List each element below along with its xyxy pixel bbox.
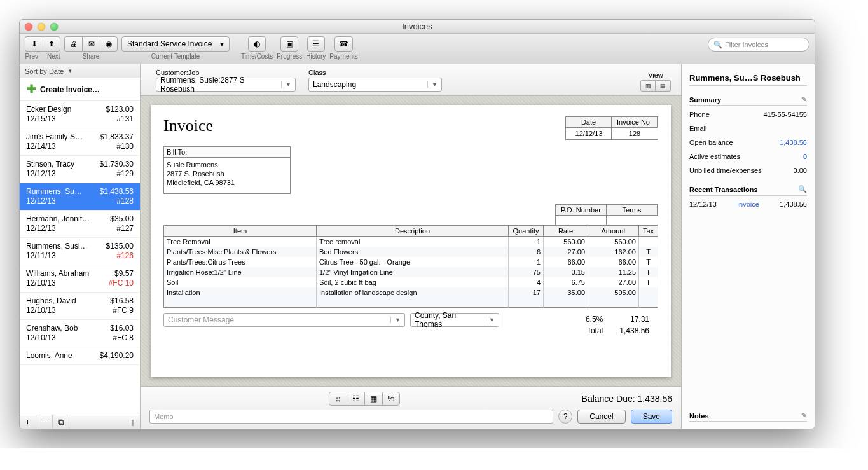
table-row[interactable]	[164, 298, 658, 308]
col-qty: Quantity	[509, 226, 544, 237]
totals: 6.5% 17.31 Total 1,438.56	[577, 313, 658, 337]
invoice-num-value[interactable]: 128	[612, 128, 658, 139]
customer-message-select[interactable]: Customer Message ▼	[163, 313, 405, 327]
save-button[interactable]: Save	[631, 410, 672, 424]
view-label: View	[648, 71, 663, 79]
active-estimates-value[interactable]: 0	[803, 153, 807, 160]
payments-label: Payments	[329, 53, 357, 60]
help-button[interactable]: ?	[558, 410, 572, 424]
calendar-button[interactable]: ▦	[364, 392, 382, 406]
share-label: Share	[83, 53, 100, 60]
po-terms-box: P.O. Number Terms	[555, 204, 658, 225]
view-mode-1[interactable]: ▥	[640, 80, 656, 92]
add-button[interactable]: +	[20, 415, 36, 429]
sort-label: Sort by Date	[25, 67, 64, 75]
open-balance-value[interactable]: 1,438.56	[780, 139, 807, 146]
memo-input[interactable]: Memo	[149, 410, 553, 424]
po-label: P.O. Number	[556, 205, 607, 216]
phone-label: Phone	[689, 111, 710, 118]
edit-icon[interactable]: ✎	[801, 411, 807, 420]
sched-button[interactable]: ☷	[347, 392, 364, 406]
percent-button[interactable]: %	[382, 392, 400, 406]
tax-select[interactable]: County, San Thomas ▼	[410, 313, 499, 327]
po-value[interactable]	[556, 216, 607, 225]
sort-bar[interactable]: Sort by Date ▼	[20, 64, 140, 78]
create-invoice-label: Create Invoice…	[40, 85, 100, 94]
view-mode-2[interactable]: ▤	[656, 80, 671, 92]
list-item[interactable]: Rummens, Su…12/12/13 $1,438.56#128	[20, 183, 140, 211]
list-footer: + − ⧉ |||	[20, 415, 140, 429]
table-row[interactable]: Tree RemovalTree removal1560.00560.00	[164, 237, 658, 247]
class-select[interactable]: Landscaping ▼	[308, 78, 442, 92]
search-icon[interactable]: 🔍	[798, 185, 807, 193]
history-button[interactable]: ☰	[307, 36, 325, 52]
next-label: Next	[47, 53, 60, 60]
preview-button[interactable]: ◉	[100, 36, 118, 52]
notes-label: Notes	[689, 412, 709, 420]
window-title: Invoices	[20, 22, 815, 31]
table-row[interactable]: Plants/Trees:Misc Plants & FlowersBed Fl…	[164, 247, 658, 257]
list-item[interactable]: Crenshaw, Bob12/10/13 $16.03#FC 8	[20, 320, 140, 347]
list-item[interactable]: Williams, Abraham12/10/13 $9.57#FC 10	[20, 265, 140, 293]
list-item[interactable]: Rummens, Susi…12/11/13 $135.00#126	[20, 238, 140, 265]
terms-value[interactable]	[607, 216, 658, 225]
history-label: History	[306, 53, 326, 60]
remove-button[interactable]: −	[36, 415, 53, 429]
col-amount: Amount	[588, 226, 639, 237]
transaction-row[interactable]: 12/12/13 Invoice 1,438.56	[689, 198, 807, 210]
bill-to-box: Bill To: Susie Rummens 2877 S. Rosebush …	[163, 146, 291, 194]
print-button[interactable]: 🖨	[64, 36, 82, 52]
table-row[interactable]: Plants/Trees:Citrus TreesCitrus Tree - 5…	[164, 257, 658, 267]
progress-button[interactable]: ▣	[280, 36, 298, 52]
phone-value: 415-55-54155	[763, 111, 807, 118]
duplicate-button[interactable]: ⧉	[53, 415, 69, 429]
col-rate: Rate	[544, 226, 588, 237]
prev-label: Prev	[25, 53, 38, 60]
summary-title: Rummens, Su…S Rosebush	[689, 71, 807, 86]
date-value[interactable]: 12/12/13	[566, 128, 612, 139]
timecosts-button[interactable]: ◐	[248, 36, 266, 52]
list-item[interactable]: Ecker Design12/15/13 $123.00#131	[20, 101, 140, 128]
bill-to-address[interactable]: Susie Rummens 2877 S. Rosebush Middlefie…	[164, 158, 290, 193]
list-item[interactable]: Jim's Family S…12/14/13 $1,833.37#130	[20, 128, 140, 156]
date-label: Date	[566, 117, 612, 128]
cancel-button[interactable]: Cancel	[577, 410, 625, 424]
chevron-down-icon: ▼	[67, 68, 72, 74]
total-label: Total	[578, 326, 610, 336]
resize-handle[interactable]: |||	[131, 418, 140, 426]
table-row[interactable]: Irrigation Hose:1/2" Line1/2" Vinyl Irri…	[164, 267, 658, 277]
tax-amount: 17.31	[612, 314, 657, 324]
table-row[interactable]: SoilSoil, 2 cubic ft bag46.7527.00T	[164, 277, 658, 287]
table-row[interactable]: InstallationInstallation of landscape de…	[164, 287, 658, 298]
balance-due-label: Balance Due:	[582, 394, 635, 404]
customer-select[interactable]: Rummens, Susie:2877 S Rosebush ▼	[156, 78, 296, 92]
chevron-down-icon: ▼	[281, 81, 291, 88]
chevron-down-icon: ▼	[390, 317, 401, 323]
balance-due-value: 1,438.56	[638, 394, 673, 404]
invoice-header-bar: Customer:Job Rummens, Susie:2877 S Roseb…	[141, 64, 681, 96]
prev-button[interactable]: ⬇	[25, 36, 43, 52]
next-button[interactable]: ⬆	[43, 36, 60, 52]
template-select[interactable]: Standard Service Invoice ▾	[121, 36, 230, 52]
list-item[interactable]: Loomis, Anne $4,190.20	[20, 347, 140, 365]
transaction-type: Invoice	[737, 200, 759, 208]
search-input[interactable]: 🔍 Filter Invoices	[708, 38, 809, 52]
create-invoice-button[interactable]: ✚ Create Invoice…	[20, 78, 140, 101]
split-button[interactable]: ⎌	[329, 392, 347, 406]
tax-rate: 6.5%	[578, 314, 610, 324]
list-item[interactable]: Hughes, David12/10/13 $16.58#FC 9	[20, 293, 140, 320]
class-label: Class	[308, 69, 442, 76]
invoice-meta: Date 12/12/13 Invoice No. 128	[565, 116, 658, 140]
plus-icon: ✚	[26, 85, 36, 95]
col-item: Item	[164, 226, 317, 237]
summary-pane: Rummens, Su…S Rosebush Summary ✎ Phone41…	[681, 64, 815, 429]
invoice-list-pane: Sort by Date ▼ ✚ Create Invoice… Ecker D…	[20, 64, 141, 429]
col-tax: Tax	[639, 226, 658, 237]
list-item[interactable]: Stinson, Tracy12/12/13 $1,730.30#129	[20, 156, 140, 183]
invoice-document: Invoice Date 12/12/13 Invoice No. 128	[151, 105, 671, 377]
email-button[interactable]: ✉	[82, 36, 100, 52]
edit-icon[interactable]: ✎	[801, 95, 807, 104]
payments-button[interactable]: ☎	[334, 36, 353, 52]
list-item[interactable]: Hermann, Jennif…12/12/13 $35.00#127	[20, 211, 140, 238]
invoice-num-label: Invoice No.	[612, 117, 658, 128]
